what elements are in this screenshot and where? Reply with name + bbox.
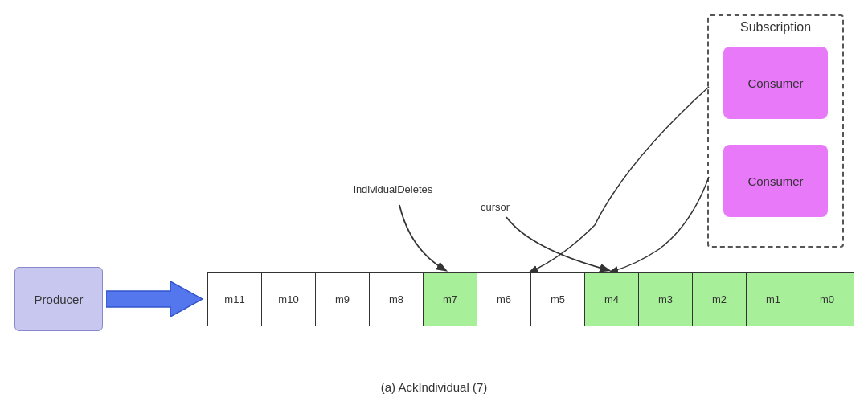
msg-cell-m7: m7 <box>423 272 477 326</box>
msg-cell-m0: m0 <box>800 272 854 326</box>
subscription-box: Subscription Consumer Consumer <box>707 14 844 248</box>
diagram: Subscription Consumer Consumer Producer … <box>0 0 868 410</box>
msg-cell-m2: m2 <box>692 272 747 326</box>
producer-box: Producer <box>14 267 103 331</box>
caption-text: (a) AckIndividual (7) <box>381 380 488 394</box>
individual-deletes-label: individualDeletes <box>354 183 432 195</box>
msg-cell-m5: m5 <box>530 272 585 326</box>
msg-cell-m6: m6 <box>477 272 531 326</box>
subscription-label: Subscription <box>740 20 811 35</box>
svg-marker-0 <box>106 281 203 317</box>
queue-container: m11m10m9m8m7m6m5m4m3m2m1m0 <box>207 272 854 326</box>
consumer-2-label: Consumer <box>747 174 803 188</box>
producer-label: Producer <box>35 293 84 306</box>
msg-cell-m9: m9 <box>315 272 370 326</box>
producer-arrow <box>106 281 203 317</box>
msg-cell-m11: m11 <box>207 272 262 326</box>
msg-cell-m3: m3 <box>638 272 693 326</box>
msg-cell-m1: m1 <box>746 272 800 326</box>
consumer-box-1: Consumer <box>723 47 828 119</box>
consumer-box-2: Consumer <box>723 145 828 217</box>
consumer-1-label: Consumer <box>747 76 803 90</box>
msg-cell-m4: m4 <box>584 272 639 326</box>
caption: (a) AckIndividual (7) <box>381 380 488 394</box>
msg-cell-m8: m8 <box>369 272 424 326</box>
msg-cell-m10: m10 <box>261 272 316 326</box>
cursor-label: cursor <box>481 201 510 213</box>
